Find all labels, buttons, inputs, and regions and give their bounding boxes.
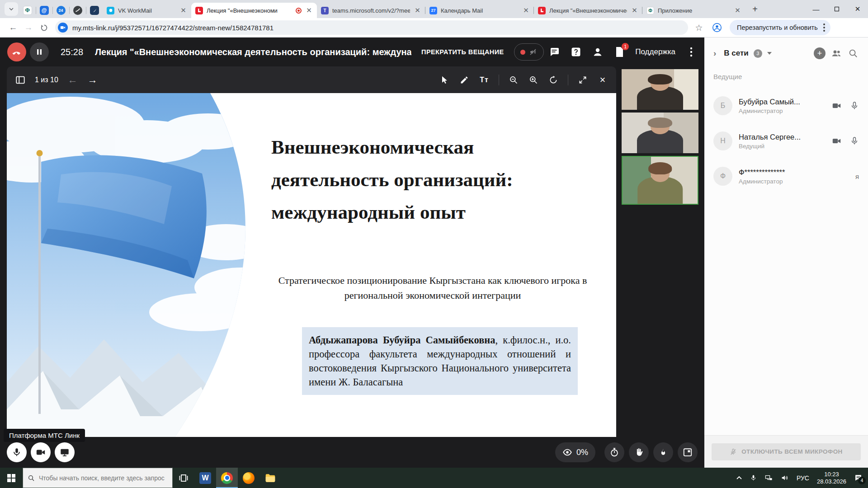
fullscreen-icon[interactable] xyxy=(577,75,588,85)
window-maximize-button[interactable] xyxy=(826,0,847,18)
people-icon[interactable] xyxy=(830,47,842,59)
text-tool-icon[interactable]: Tт xyxy=(479,75,490,85)
tray-expand-icon[interactable] xyxy=(736,475,742,481)
slide-panel-icon[interactable] xyxy=(15,75,26,85)
mic-muted-icon xyxy=(730,448,737,455)
pinned-tab-sail[interactable] xyxy=(86,3,103,18)
tray-network-icon[interactable] xyxy=(764,474,773,482)
tab-app[interactable]: Ф Приложение ✕ xyxy=(642,3,745,18)
tab-close-button[interactable]: ✕ xyxy=(734,7,741,14)
tray-volume-icon[interactable] xyxy=(781,474,789,482)
notification-center-icon[interactable]: 4 xyxy=(854,474,863,482)
slide-title-line: деятельность организаций: xyxy=(271,164,513,196)
participant-row[interactable]: Н Наталья Сергее... Ведущий xyxy=(704,123,868,159)
taskbar-clock[interactable]: 10:23 28.03.2026 xyxy=(817,471,846,485)
tab-close-button[interactable]: ✕ xyxy=(305,7,313,14)
bookmark-star-icon[interactable]: ☆ xyxy=(692,20,706,35)
collapse-sidebar-icon[interactable]: › xyxy=(713,48,716,58)
window-minimize-button[interactable]: — xyxy=(806,0,826,18)
task-view-button[interactable] xyxy=(173,468,194,488)
tab-lecture-2[interactable]: Лекция "«Внешнеэкономичес ✕ xyxy=(534,3,642,18)
address-bar[interactable]: my.mts-link.ru/j/95372571/16727474422/st… xyxy=(55,20,688,35)
taskbar-search[interactable] xyxy=(23,468,173,488)
screen-share-button[interactable] xyxy=(55,442,75,462)
chat-icon[interactable] xyxy=(548,46,560,58)
mic-on-icon[interactable] xyxy=(850,101,859,111)
flag-photo xyxy=(7,93,260,437)
mute-all-button[interactable]: ОТКЛЮЧИТЬ ВСЕМ МИКРОФОН xyxy=(712,443,861,460)
previous-slide-button[interactable]: ← xyxy=(67,75,78,85)
video-tile-1[interactable] xyxy=(622,69,698,110)
tab-calendar[interactable]: 27 Календарь Mail ✕ xyxy=(425,3,534,18)
more-menu-icon[interactable] xyxy=(685,46,697,58)
reactions-fire-button[interactable] xyxy=(653,442,673,462)
toolbar-divider xyxy=(568,75,568,85)
camera-permission-icon[interactable] xyxy=(58,23,68,33)
tab-lecture-active[interactable]: Лекция "«Внешнеэкономи ✕ xyxy=(191,3,317,18)
close-presentation-icon[interactable]: × xyxy=(597,75,608,85)
zoom-out-icon[interactable] xyxy=(508,75,519,85)
tab-close-button[interactable]: ✕ xyxy=(522,7,530,14)
tab-close-button[interactable]: ✕ xyxy=(631,7,638,14)
zoom-in-icon[interactable] xyxy=(528,75,539,85)
files-icon[interactable]: 1 xyxy=(613,46,625,58)
taskbar-firefox-icon[interactable] xyxy=(238,468,259,488)
help-icon[interactable] xyxy=(570,46,582,58)
taskbar-word-icon[interactable]: W xyxy=(194,468,216,488)
mic-on-icon[interactable] xyxy=(850,136,859,146)
browser-menu-icon[interactable] xyxy=(823,23,825,32)
timer-tool-button[interactable] xyxy=(604,442,624,462)
taskbar-search-input[interactable] xyxy=(39,474,168,482)
video-tile-2[interactable] xyxy=(622,113,698,153)
invite-participant-button[interactable]: + xyxy=(814,47,826,59)
tab-close-button[interactable]: ✕ xyxy=(179,7,187,14)
taskbar-folder-icon[interactable] xyxy=(259,468,281,488)
tray-mic-icon[interactable] xyxy=(750,474,757,482)
camera-on-icon[interactable] xyxy=(832,101,842,111)
leave-call-button[interactable] xyxy=(7,42,26,61)
video-tile-3-active-speaker[interactable] xyxy=(622,156,698,205)
tab-close-button[interactable]: ✕ xyxy=(414,7,421,14)
profile-icon[interactable] xyxy=(710,20,724,35)
participants-icon[interactable] xyxy=(592,46,604,58)
tab-search-button[interactable] xyxy=(5,2,18,16)
pinned-tab-globe[interactable] xyxy=(69,3,86,18)
support-link[interactable]: Поддержка xyxy=(635,47,675,56)
reload-button[interactable] xyxy=(36,20,52,35)
layout-button[interactable] xyxy=(678,442,698,462)
browser-update-button[interactable]: Перезапустить и обновить xyxy=(730,20,830,35)
microphone-button[interactable] xyxy=(7,442,27,462)
attention-meter[interactable]: 0% xyxy=(555,442,595,462)
new-tab-button[interactable]: + xyxy=(748,2,762,16)
tab-vk-workmail[interactable]: VK WorkMail ✕ xyxy=(103,3,191,18)
stop-broadcast-button[interactable]: ПРЕКРАТИТЬ ВЕЩАНИЕ xyxy=(421,48,504,56)
pointer-tool-icon[interactable] xyxy=(439,75,450,85)
start-button[interactable] xyxy=(0,468,23,488)
reset-view-icon[interactable] xyxy=(548,75,559,85)
camera-on-icon[interactable] xyxy=(832,136,842,146)
next-slide-button[interactable]: → xyxy=(87,75,98,85)
forward-button[interactable]: → xyxy=(21,20,36,35)
update-label: Перезапустить и обновить xyxy=(737,24,818,31)
participant-row[interactable]: Б Бубуйра Самый... Администратор xyxy=(704,88,868,123)
chevron-down-icon[interactable] xyxy=(767,52,772,55)
pinned-tab-phi[interactable]: Ф xyxy=(19,3,36,18)
recording-status-pill[interactable] xyxy=(514,43,544,61)
search-icon[interactable] xyxy=(847,47,859,59)
camera-button[interactable] xyxy=(31,442,51,462)
notification-badge: 4 xyxy=(858,477,866,484)
online-filter-label[interactable]: В сети xyxy=(724,49,748,58)
pause-broadcast-button[interactable] xyxy=(30,42,49,61)
online-count-badge: 3 xyxy=(754,49,762,58)
participant-row[interactable]: Ф Ф************** Администратор я xyxy=(704,159,868,194)
tab-teams[interactable]: T teams.microsoft.com/v2/?meeti ✕ xyxy=(317,3,425,18)
pencil-tool-icon[interactable] xyxy=(459,75,470,85)
raise-hand-button[interactable] xyxy=(629,442,649,462)
presentation-panel: 1 из 10 ← → Tт xyxy=(7,66,616,437)
language-indicator[interactable]: РУС xyxy=(797,474,809,482)
pinned-tab-mail[interactable]: @ xyxy=(36,3,52,18)
taskbar-chrome-icon[interactable] xyxy=(216,468,238,488)
window-close-button[interactable]: ✕ xyxy=(847,0,868,18)
back-button[interactable]: ← xyxy=(5,20,21,35)
pinned-tab-cloud24[interactable]: 24 xyxy=(52,3,69,18)
